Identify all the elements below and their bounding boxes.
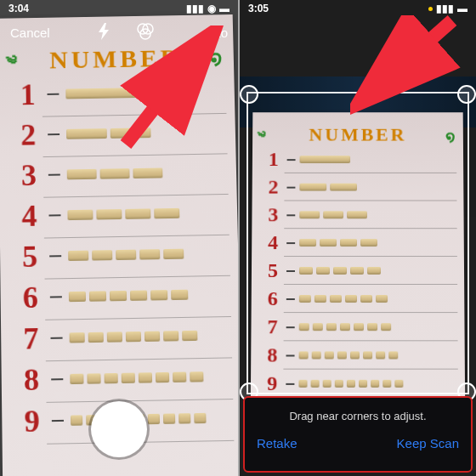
dash [49, 255, 61, 257]
retake-button[interactable]: Retake [257, 436, 298, 450]
number-row: 7 [18, 314, 240, 360]
row-number: 2 [15, 117, 41, 153]
stick [107, 332, 122, 342]
row-number: 1 [15, 76, 41, 112]
stick [87, 373, 100, 383]
number-row: 3 [16, 151, 237, 196]
stick [194, 413, 206, 423]
stick [66, 128, 107, 139]
dash [48, 133, 60, 135]
stick [130, 291, 147, 301]
red-arrow-annotation [117, 26, 228, 153]
stick [171, 290, 188, 300]
status-bar: 3:04 ▮▮▮ ◉ ▬ [0, 0, 238, 17]
stick [178, 413, 190, 423]
stick [173, 372, 186, 382]
number-row: 8 [19, 355, 240, 400]
svg-line-3 [126, 36, 211, 144]
stick [154, 208, 179, 218]
row-number: 8 [19, 361, 45, 398]
bottom-action-bar: Drag near corners to adjust. Retake Keep… [243, 396, 473, 473]
left-screenshot: ༄ NUMBER ໑ 123456789 3:04 ▮▮▮ ◉ ▬ Cancel [0, 0, 240, 476]
stick [139, 372, 152, 382]
stick [150, 290, 167, 300]
row-number: 4 [16, 198, 42, 234]
svg-line-4 [362, 20, 452, 100]
dash [48, 174, 60, 176]
crop-rectangle[interactable] [246, 92, 469, 394]
status-icons: ▮▮▮ ◉ ▬ [186, 3, 230, 14]
stick [67, 210, 93, 220]
signal-icon: ▮▮▮ [436, 3, 454, 14]
keep-scan-button[interactable]: Keep Scan [397, 436, 459, 450]
dash [51, 378, 63, 380]
stick [68, 251, 88, 261]
stick [100, 168, 130, 179]
sticks-group [70, 371, 240, 384]
row-number: 7 [18, 320, 44, 357]
battery-icon: ▬ [457, 3, 468, 14]
sticks-group [67, 207, 237, 220]
stick [105, 373, 118, 383]
stick [156, 372, 169, 382]
stick [122, 373, 135, 383]
crop-handle-tl[interactable] [240, 85, 258, 104]
stick [88, 332, 104, 343]
stick [67, 169, 97, 180]
recording-indicator-icon [428, 7, 433, 11]
number-row: 5 [17, 233, 239, 278]
stick [125, 208, 150, 218]
stick [116, 250, 136, 260]
row-number: 3 [16, 157, 42, 193]
stick [148, 414, 160, 424]
clock: 3:04 [8, 3, 29, 14]
stick [92, 250, 112, 260]
stick [110, 291, 127, 301]
stick [89, 291, 106, 301]
stick [163, 249, 184, 259]
row-number: 5 [17, 239, 43, 275]
stick [96, 209, 122, 219]
dash [50, 296, 62, 298]
number-row: 4 [16, 192, 237, 236]
red-arrow-annotation [350, 15, 461, 117]
dash [50, 337, 62, 339]
stick [70, 332, 85, 343]
comparison-wrap: ༄ NUMBER ໑ 123456789 3:04 ▮▮▮ ◉ ▬ Cancel [0, 0, 476, 476]
dash [48, 214, 60, 216]
shutter-button[interactable] [91, 401, 147, 457]
dash [48, 94, 60, 95]
battery-icon: ▬ [219, 3, 230, 14]
sticks-group [70, 330, 240, 343]
wifi-icon: ◉ [207, 3, 216, 14]
stick [133, 168, 162, 179]
row-number: 9 [19, 403, 45, 439]
right-screenshot: 3:05 ▮▮▮ ▬ ༄ NUMBER ໑ 123456789 [240, 0, 476, 476]
stick [190, 371, 203, 382]
sticks-group [67, 167, 236, 179]
stick [70, 374, 83, 384]
cancel-button[interactable]: Cancel [10, 26, 50, 40]
stick [182, 331, 197, 341]
dash [52, 420, 64, 422]
stick [71, 415, 82, 425]
stick [163, 413, 175, 423]
clock: 3:05 [248, 3, 269, 14]
row-number: 6 [17, 280, 43, 316]
stick [69, 292, 86, 302]
number-row: 6 [17, 274, 240, 319]
signal-icon: ▮▮▮ [186, 3, 204, 14]
hint-text: Drag near corners to adjust. [245, 398, 471, 422]
status-bar: 3:05 ▮▮▮ ▬ [240, 0, 476, 17]
sticks-group [68, 248, 238, 261]
stick [126, 332, 141, 342]
flash-icon[interactable] [97, 23, 110, 42]
status-icons: ▮▮▮ ▬ [428, 3, 468, 14]
stick [163, 331, 178, 341]
sticks-group [69, 289, 240, 303]
stick [144, 332, 160, 342]
stick [139, 249, 160, 259]
